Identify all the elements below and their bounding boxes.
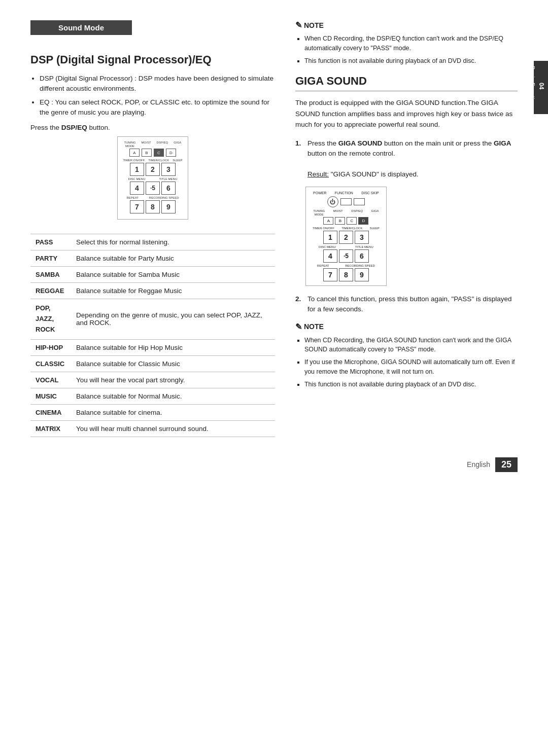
page-container: 04 Basic Functions Sound Mode DSP (Digit… xyxy=(0,0,548,756)
note-top-list: When CD Recording, the DSP/EQ function c… xyxy=(304,34,518,65)
remote1-btn-a[interactable]: A xyxy=(129,149,140,157)
remote2-label-disc-skip: DISC SKIP xyxy=(361,191,379,195)
remote2-letter-row: A B C D xyxy=(309,217,383,225)
remote1-num-6[interactable]: 6 xyxy=(161,182,176,195)
remote2-timer-labels: TIMER ON/OFF TIMER/CLOCK SLEEP xyxy=(309,227,383,230)
step1-prefix: Press the xyxy=(307,139,338,147)
remote2-rec-labels: REPEAT RECORDING SPEED xyxy=(309,264,383,267)
note-top-item-1: When CD Recording, the DSP/EQ function c… xyxy=(304,34,518,53)
remote2-btn-c[interactable]: C xyxy=(347,217,357,225)
remote1-rec-row: REPEAT RECORDING SPEED xyxy=(122,196,184,199)
remote1-num-row3: 7 8 9 xyxy=(130,200,176,213)
remote2-function-btn[interactable] xyxy=(340,198,352,205)
remote2-rec-speed: RECORDING SPEED xyxy=(345,264,375,267)
remote2-num-7[interactable]: 7 xyxy=(323,268,337,281)
remote1-btn-c[interactable]: C xyxy=(154,149,164,157)
remote2-power-btn[interactable]: ⏻ xyxy=(327,196,338,207)
remote1-repeat: REPEAT xyxy=(126,196,139,199)
remote2-num-2[interactable]: 2 xyxy=(339,231,353,244)
remote1-num-4[interactable]: 4 xyxy=(130,182,144,195)
mode-samba: SAMBA xyxy=(30,267,71,283)
desc-hiphop: Balance suitable for Hip Hop Music xyxy=(71,339,275,355)
remote1-num-7[interactable]: 7 xyxy=(130,200,144,213)
step1-result-label: Result: xyxy=(307,170,329,178)
remote1-btn-b[interactable]: B xyxy=(142,149,152,157)
mode-music: MUSIC xyxy=(30,388,71,404)
mode-hiphop: HIP-HOP xyxy=(30,339,71,355)
remote2-num-8[interactable]: 8 xyxy=(339,268,353,281)
mode-pass: PASS xyxy=(30,234,71,250)
table-row: MATRIX You will hear multi channel surro… xyxy=(30,420,275,437)
press-suffix: button. xyxy=(87,124,110,131)
remote2-power-row: ⏻ xyxy=(309,196,383,207)
remote1-label-dspeq: DSP/EQ xyxy=(157,141,168,148)
remote1-num-1[interactable]: 1 xyxy=(130,163,144,176)
step-1: 1. Press the GIGA SOUND button on the ma… xyxy=(295,138,518,179)
note-bottom-list: When CD Recording, the GIGA SOUND functi… xyxy=(304,336,518,389)
remote1-num-3[interactable]: 3 xyxy=(161,163,176,176)
remote2-num-6[interactable]: 6 xyxy=(355,249,369,263)
remote2-disc-skip-btn[interactable] xyxy=(354,198,365,205)
remote2-label-power: POWER xyxy=(313,191,326,195)
remote2-num-3[interactable]: 3 xyxy=(355,231,369,244)
step-1-num: 1. xyxy=(295,138,303,179)
remote1-disc-menu: DISC MENU xyxy=(128,177,146,181)
mode-vocal: VOCAL xyxy=(30,372,71,388)
remote1-num-2[interactable]: 2 xyxy=(146,163,160,176)
mode-pop-jazz-rock: POP,JAZZ,ROCK xyxy=(30,299,71,339)
mode-reggae: REGGAE xyxy=(30,283,71,299)
note-bottom-icon: ✎ xyxy=(295,322,302,332)
remote2-timer-on: TIMER ON/OFF xyxy=(313,227,334,230)
desc-reggae: Balance suitable for Reggae Music xyxy=(71,283,275,299)
remote2-num-row1: 1 2 3 xyxy=(309,231,383,244)
note-top-section: ✎ NOTE When CD Recording, the DSP/EQ fun… xyxy=(295,20,518,65)
remote2-container: POWER FUNCTION DISC SKIP ⏻ TUNINGMODE MO… xyxy=(305,187,387,286)
eq-table: PASS Select this for normal listening. P… xyxy=(30,234,275,437)
remote2-btn-a[interactable]: A xyxy=(323,217,333,225)
remote2-sleep: SLEEP xyxy=(369,227,379,230)
remote2-num-5[interactable]: ·5 xyxy=(339,249,353,263)
remote1-timer-clock: TIMER/CLOCK xyxy=(148,159,169,162)
table-row: VOCAL You will hear the vocal part stron… xyxy=(30,372,275,388)
remote1-label-tuning: TUNINGMODE xyxy=(124,141,135,148)
remote2-label-dspeq: DSP/EQ xyxy=(351,209,363,216)
remote2-num-4[interactable]: 4 xyxy=(323,249,337,263)
right-column: ✎ NOTE When CD Recording, the DSP/EQ fun… xyxy=(295,20,518,437)
remote2-num-9[interactable]: 9 xyxy=(355,268,369,281)
table-row: HIP-HOP Balance suitable for Hip Hop Mus… xyxy=(30,339,275,355)
remote1-num-9[interactable]: 9 xyxy=(161,200,176,213)
table-row: PARTY Balance suitable for Party Music xyxy=(30,250,275,267)
step-2: 2. To cancel this function, press this b… xyxy=(295,294,518,315)
mode-classic: CLASSIC xyxy=(30,355,71,372)
tab-number: 04 xyxy=(538,83,545,89)
desc-music: Balance suitable for Normal Music. xyxy=(71,388,275,404)
remote2-btn-d[interactable]: D xyxy=(358,217,368,225)
side-tab: 04 Basic Functions xyxy=(534,61,548,114)
remote1-menu-row: DISC MENU TITLE MENU xyxy=(122,177,184,181)
remote1-label-most: MO/ST xyxy=(142,141,151,148)
remote1-label-giga: GIGA xyxy=(174,141,181,148)
note-top-title: ✎ NOTE xyxy=(295,20,518,30)
remote2-num-1[interactable]: 1 xyxy=(323,231,337,244)
remote2-label-most: MO/ST xyxy=(333,209,343,216)
remote1-letter-row: A B C D xyxy=(129,149,176,157)
remote2-btn-b[interactable]: B xyxy=(335,217,345,225)
note-icon: ✎ xyxy=(295,20,302,30)
table-row: MUSIC Balance suitable for Normal Music. xyxy=(30,388,275,404)
remote1-num-5[interactable]: ·5 xyxy=(146,182,160,195)
desc-classic: Balance suitable for Classic Music xyxy=(71,355,275,372)
table-row: POP,JAZZ,ROCK Depending on the genre of … xyxy=(30,299,275,339)
desc-vocal: You will hear the vocal part strongly. xyxy=(71,372,275,388)
sound-mode-header: Sound Mode xyxy=(30,20,132,35)
remote1-title-menu: TITLE MENU xyxy=(159,177,178,181)
giga-title: GIGA SOUND xyxy=(295,75,518,91)
remote2-num-row3: 7 8 9 xyxy=(309,268,383,281)
page-footer: English 25 xyxy=(30,452,518,472)
table-row: PASS Select this for normal listening. xyxy=(30,234,275,250)
remote1-num-8[interactable]: 8 xyxy=(146,200,160,213)
remote2-timer-clock: TIMER/CLOCK xyxy=(341,227,362,230)
remote1-timer-on: TIMER ON/OFF xyxy=(123,159,145,162)
remote1-btn-d[interactable]: D xyxy=(166,149,176,157)
note-top-item-2: This function is not available during pl… xyxy=(304,56,518,66)
step1-giga-sound-bold: GIGA SOUND xyxy=(338,139,383,147)
